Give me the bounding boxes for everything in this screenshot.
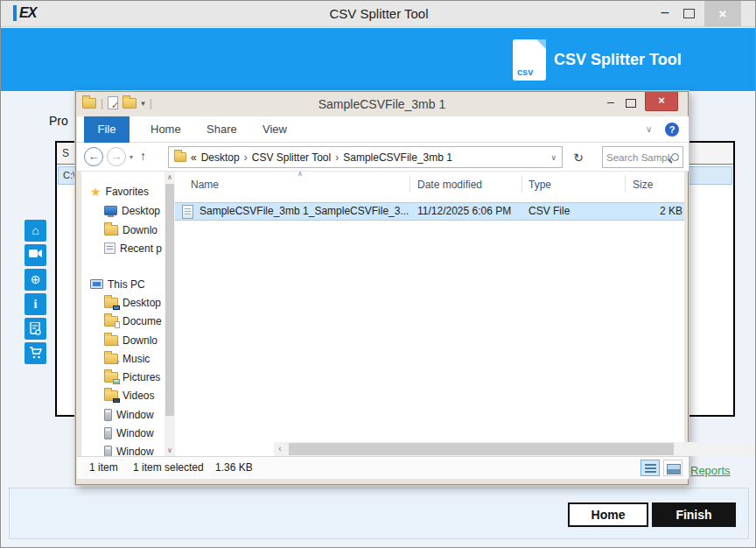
chevron-right-icon: ›	[244, 151, 248, 164]
details-view-button[interactable]	[640, 460, 660, 476]
nav-scrollbar-thumb[interactable]	[165, 184, 174, 416]
app-minimize-button[interactable]: –	[654, 1, 676, 26]
thumbnail-view-button[interactable]	[663, 460, 682, 476]
scroll-up-icon[interactable]: ∧	[164, 172, 175, 183]
csv-icon-label: csv	[517, 67, 533, 77]
nav-windows-drive-3[interactable]: Window	[81, 442, 164, 456]
monitor-icon	[104, 206, 117, 215]
refresh-button[interactable]: ↻	[569, 148, 588, 167]
support-button[interactable]: ⊕	[24, 269, 46, 291]
csv-file-icon: csv	[513, 39, 546, 81]
nav-downloads[interactable]: ↓ Downlo	[81, 221, 164, 239]
breadcrumb-prefix[interactable]: «	[191, 151, 197, 164]
nav-windows-drive-1[interactable]: Window	[81, 405, 164, 424]
search-box	[602, 146, 683, 168]
horizontal-scrollbar[interactable]: ‹ ›	[274, 442, 756, 456]
scroll-left-icon[interactable]: ‹	[274, 442, 286, 456]
finish-button[interactable]: Finish	[652, 502, 736, 527]
hscrollbar-thumb[interactable]	[289, 443, 674, 455]
reports-link[interactable]: Reports	[690, 464, 731, 477]
file-size: 2 KB	[578, 203, 682, 220]
nav-this-pc[interactable]: This PC	[81, 275, 164, 293]
tab-view[interactable]: View	[262, 116, 287, 143]
column-divider[interactable]	[522, 175, 522, 193]
nav-scrollbar[interactable]: ∧ ∨	[164, 172, 175, 456]
explorer-minimize-button[interactable]: –	[601, 94, 620, 111]
file-row-selected[interactable]: SampleCSVFile_3mb 1_SampleCSVFile_3... 1…	[175, 202, 684, 221]
nav-windows-drive-2[interactable]: Window	[81, 424, 164, 442]
progress-label: Pro	[49, 114, 76, 128]
nav-label: Pictures	[122, 371, 160, 383]
ribbon-collapse-icon[interactable]: ∨	[646, 124, 652, 134]
nav-recent-places[interactable]: Recent p	[81, 239, 164, 257]
column-header-size[interactable]: Size	[633, 176, 653, 194]
status-selected-size: 1.36 KB	[215, 461, 253, 474]
breadcrumb-samplecsvfile[interactable]: SampleCSVFile_3mb 1	[343, 151, 452, 164]
back-button[interactable]: ←	[84, 147, 103, 166]
address-dropdown-icon[interactable]: ∨	[550, 153, 556, 162]
breadcrumb-desktop[interactable]: Desktop	[201, 151, 240, 164]
nav-favorites[interactable]: ★ Favorites	[81, 182, 164, 200]
address-bar[interactable]: « Desktop › CSV Splitter Tool › SampleCS…	[168, 146, 563, 168]
explorer-close-button[interactable]: ×	[645, 92, 678, 111]
recent-locations-icon[interactable]: ▾	[130, 153, 133, 161]
column-divider[interactable]	[410, 175, 410, 193]
cart-icon	[29, 347, 42, 359]
column-divider[interactable]	[625, 175, 626, 193]
music-note-icon: ♪	[116, 358, 121, 366]
address-toolbar: ← → ▾ ↑ « Desktop › CSV Splitter Tool › …	[77, 143, 689, 172]
nav-desktop[interactable]: Desktop	[81, 201, 164, 220]
explorer-maximize-button[interactable]	[626, 99, 636, 108]
down-arrow-icon: ↓	[116, 340, 121, 348]
navigation-pane: ★ Favorites Desktop ↓ Downlo Recent p	[81, 172, 164, 456]
ribbon-tab-bar: File Home Share View ∨ ?	[77, 116, 689, 143]
tab-share[interactable]: Share	[206, 116, 237, 143]
recent-places-icon	[104, 242, 116, 254]
network-drive-icon	[104, 427, 112, 439]
home-nav-button[interactable]: ⌂	[24, 220, 46, 242]
home-button[interactable]: Home	[568, 502, 648, 527]
downloads-folder-icon: ↓	[104, 225, 118, 235]
video-button[interactable]	[24, 244, 46, 266]
tab-file[interactable]: File	[84, 116, 130, 143]
report-button[interactable]	[24, 318, 46, 340]
app-close-button[interactable]: ×	[704, 1, 741, 26]
forward-button[interactable]: →	[107, 147, 126, 166]
info-button[interactable]: i	[24, 293, 46, 315]
help-icon[interactable]: ?	[665, 123, 679, 137]
status-selected-count: 1 item selected	[133, 461, 204, 474]
nav-pc-desktop[interactable]: Desktop	[81, 293, 164, 312]
nav-label: Window	[116, 427, 154, 439]
sort-asc-icon: ∧	[298, 170, 303, 178]
search-input[interactable]	[606, 152, 671, 163]
home-icon: ⌂	[32, 223, 38, 237]
tab-home[interactable]: Home	[150, 116, 181, 143]
lifebuoy-icon: ⊕	[31, 272, 41, 286]
nav-music[interactable]: ♪ Music	[81, 349, 164, 368]
nav-label: Recent p	[120, 242, 162, 255]
page-overlay-icon	[115, 321, 120, 328]
scroll-down-icon[interactable]: ∨	[164, 445, 175, 456]
breadcrumb-csv-splitter-tool[interactable]: CSV Splitter Tool	[252, 151, 332, 164]
network-drive-icon	[104, 446, 112, 457]
buy-button[interactable]	[24, 342, 46, 364]
column-header-type[interactable]: Type	[528, 176, 551, 194]
column-header-date-modified[interactable]: Date modified	[417, 176, 482, 194]
nav-documents[interactable]: Docume	[81, 312, 164, 330]
column-header-name[interactable]: Name	[191, 176, 219, 194]
nav-videos[interactable]: Videos	[81, 386, 164, 404]
app-titlebar: EX CSV Splitter Tool – ×	[1, 1, 756, 27]
nav-pictures[interactable]: Pictures	[81, 368, 164, 386]
search-icon[interactable]	[671, 153, 679, 161]
up-button[interactable]: ↑	[140, 149, 146, 163]
nav-pc-downloads[interactable]: ↓ Downlo	[81, 331, 164, 349]
app-maximize-button[interactable]	[683, 9, 695, 18]
nav-label: Downlo	[122, 224, 158, 236]
explorer-titlebar: | ✓ ▾ | SampleCSVFile_3mb 1 – ×	[76, 92, 688, 116]
status-item-count: 1 item	[89, 461, 118, 474]
picture-overlay-icon	[113, 379, 120, 384]
nav-label: Docume	[122, 315, 162, 327]
documents-folder-icon	[104, 316, 118, 327]
computer-icon	[90, 279, 103, 289]
file-name: SampleCSVFile_3mb 1_SampleCSVFile_3...	[200, 203, 414, 220]
